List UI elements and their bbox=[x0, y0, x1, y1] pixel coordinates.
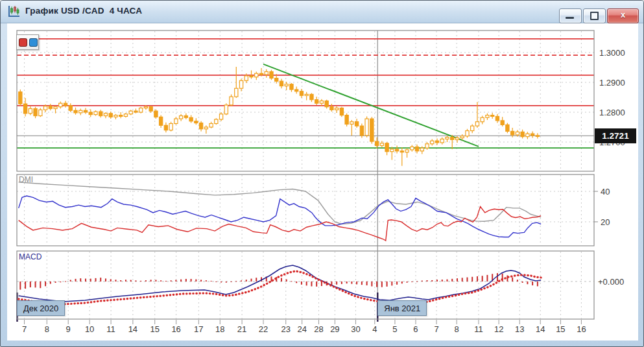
current-price-tag: 1.2721 bbox=[595, 128, 636, 143]
month-tag-dec-2020: Дек 2020 bbox=[17, 300, 65, 316]
drawing-toolbox bbox=[16, 34, 39, 50]
window-title: График USD /CAD 4 ЧАСА bbox=[25, 6, 142, 16]
chart-area-background bbox=[7, 23, 638, 341]
red-marker-button[interactable] bbox=[19, 38, 27, 47]
close-button[interactable]: x bbox=[607, 8, 639, 23]
close-icon: x bbox=[608, 10, 638, 19]
maximize-button[interactable] bbox=[583, 8, 606, 23]
dmi-panel-label: DMI bbox=[19, 175, 33, 184]
maximize-icon bbox=[590, 12, 599, 20]
month-tag-jan-2021: Янв 2021 bbox=[377, 300, 427, 316]
app-window: График USD /CAD 4 ЧАСА x 1.30001.29001.2… bbox=[0, 0, 644, 347]
macd-panel-label: MACD bbox=[19, 252, 42, 261]
blue-marker-button[interactable] bbox=[29, 38, 38, 47]
minimize-button[interactable] bbox=[559, 8, 582, 23]
title-bar[interactable]: График USD /CAD 4 ЧАСА x bbox=[1, 1, 643, 23]
candlestick-chart-icon bbox=[8, 5, 21, 18]
minimize-icon bbox=[566, 17, 574, 19]
